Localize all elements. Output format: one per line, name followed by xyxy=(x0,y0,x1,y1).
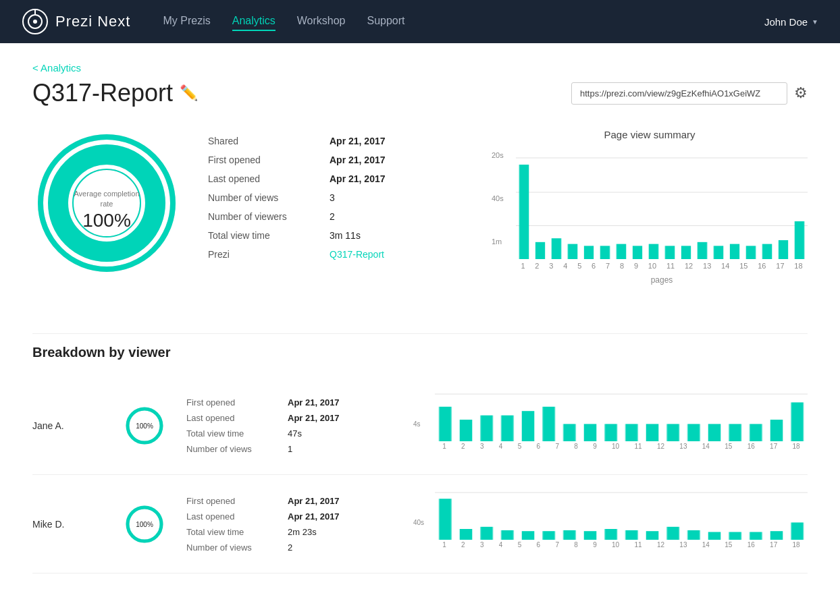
viewer-stat-label: Total view time xyxy=(186,527,288,537)
num-views-label: Number of views xyxy=(208,192,330,203)
viewer-row: Mike D. 100% First openedApr 21, 2017Las… xyxy=(32,475,808,573)
nav-analytics[interactable]: Analytics xyxy=(232,12,275,31)
total-view-time-label: Total view time xyxy=(208,230,330,241)
last-opened-label: Last opened xyxy=(208,173,330,184)
x-label: 1 xyxy=(521,262,525,270)
prezi-label: Prezi xyxy=(208,249,330,260)
x-label: 9 xyxy=(634,262,638,270)
viewer-x-label: 7 xyxy=(555,541,559,549)
viewer-stat-value: Apr 21, 2017 xyxy=(288,397,396,408)
x-label: 15 xyxy=(739,262,747,270)
url-input[interactable] xyxy=(571,82,787,105)
breadcrumb[interactable]: < Analytics xyxy=(32,62,808,74)
donut-value: 100% xyxy=(70,209,144,231)
viewer-y-labels: 40s xyxy=(413,486,424,526)
nav-support[interactable]: Support xyxy=(367,12,404,31)
viewer-x-label: 8 xyxy=(574,541,578,549)
viewer-donut-text: 100% xyxy=(136,520,153,528)
viewer-x-label: 11 xyxy=(634,541,641,549)
viewer-name: Mike D. xyxy=(32,519,113,530)
user-menu[interactable]: John Doe ▼ xyxy=(764,16,818,28)
viewer-bar-wrapper: 40s123456789101112131415161718 xyxy=(413,486,808,562)
viewer-x-label: 2 xyxy=(461,443,465,450)
viewer-x-label: 7 xyxy=(555,443,559,450)
user-name: John Doe xyxy=(764,16,808,28)
viewer-stat-label: Last opened xyxy=(186,511,288,522)
viewer-name: Jane A. xyxy=(32,420,113,431)
viewer-x-label: 18 xyxy=(793,541,800,549)
section-divider xyxy=(32,333,808,334)
x-label: 17 xyxy=(776,262,784,270)
viewer-x-label: 18 xyxy=(793,443,800,450)
viewer-x-label: 1 xyxy=(442,443,446,450)
viewer-x-label: 13 xyxy=(679,443,687,450)
viewer-x-label: 3 xyxy=(480,541,484,549)
num-viewers-label: Number of viewers xyxy=(208,211,330,222)
viewer-stat-value: 47s xyxy=(288,428,396,439)
x-label: 16 xyxy=(758,262,766,270)
viewer-donut: 100% xyxy=(124,405,165,446)
viewer-x-label: 3 xyxy=(480,443,484,450)
shared-value: Apr 21, 2017 xyxy=(330,136,465,146)
viewer-stat-label: Number of views xyxy=(186,542,288,553)
y-label-20s: 20s xyxy=(492,151,504,159)
x-label: 8 xyxy=(620,262,624,270)
viewer-x-label: 12 xyxy=(657,541,664,549)
viewer-stat-label: Number of views xyxy=(186,444,288,454)
page-title-group: Q317-Report ✏️ xyxy=(32,79,198,107)
settings-button[interactable]: ⚙ xyxy=(794,84,808,102)
prezi-link[interactable]: Q317-Report xyxy=(330,249,465,260)
x-label: 10 xyxy=(648,262,656,270)
x-label: 6 xyxy=(592,262,596,270)
viewer-x-label: 14 xyxy=(702,541,710,549)
viewer-donut-text: 100% xyxy=(136,422,153,429)
stats-table: Shared Apr 21, 2017 First opened Apr 21,… xyxy=(208,129,465,260)
logo-text: Prezi Next xyxy=(55,13,130,30)
edit-icon[interactable]: ✏️ xyxy=(180,84,198,102)
num-viewers-value: 2 xyxy=(330,211,465,222)
summary-section: Average completion rate 100% Shared Apr … xyxy=(32,129,808,301)
navbar: Prezi Next My Prezis Analytics Workshop … xyxy=(0,0,840,43)
viewer-stat-value: 1 xyxy=(288,444,396,454)
x-label: 11 xyxy=(666,262,675,270)
nav-my-prezis[interactable]: My Prezis xyxy=(163,12,210,31)
logo[interactable]: Prezi Next xyxy=(22,8,130,35)
viewer-x-label: 10 xyxy=(612,443,619,450)
donut-label: Average completion rate xyxy=(70,189,144,210)
viewer-x-label: 11 xyxy=(634,443,641,450)
x-axis-label: pages xyxy=(516,275,808,285)
nav-workshop[interactable]: Workshop xyxy=(297,12,346,31)
y-label-40s: 40s xyxy=(492,194,504,202)
viewer-stat-label: Total view time xyxy=(186,428,288,439)
viewer-donut: 100% xyxy=(124,504,165,544)
viewer-row: Jane A. 100% First openedApr 21, 2017Las… xyxy=(32,376,808,475)
x-label: 14 xyxy=(721,262,729,270)
viewer-stat-label: First opened xyxy=(186,397,288,408)
num-views-value: 3 xyxy=(330,192,465,203)
viewer-x-label: 5 xyxy=(518,443,522,450)
y-label-1m: 1m xyxy=(492,237,504,246)
x-label: 2 xyxy=(535,262,539,270)
viewer-x-label: 10 xyxy=(612,541,619,549)
chart-title: Page view summary xyxy=(492,129,808,140)
viewer-stats: First openedApr 21, 2017Last openedApr 2… xyxy=(186,496,402,553)
chevron-down-icon: ▼ xyxy=(812,18,818,26)
viewer-stat-label: First opened xyxy=(186,496,288,506)
donut-chart: Average completion rate 100% xyxy=(32,129,181,291)
viewer-x-label: 15 xyxy=(725,541,732,549)
viewer-stat-value: Apr 21, 2017 xyxy=(288,496,396,506)
breakdown-title: Breakdown by viewer xyxy=(32,345,808,360)
viewer-x-label: 15 xyxy=(725,443,732,450)
page-view-summary: Page view summary 1m 40s 20s 12345678910… xyxy=(492,129,808,301)
viewer-x-labels: 123456789101112131415161718 xyxy=(435,443,808,450)
last-opened-value: Apr 21, 2017 xyxy=(330,173,465,184)
chart-x-labels: 123456789101112131415161718 xyxy=(516,262,808,270)
page-title-row: Q317-Report ✏️ ⚙ xyxy=(32,79,808,107)
viewer-x-label: 16 xyxy=(747,443,755,450)
viewer-x-label: 14 xyxy=(702,443,710,450)
viewer-stat-value: Apr 21, 2017 xyxy=(288,413,396,423)
bar-chart-wrapper: 1m 40s 20s 123456789101112131415161718 p… xyxy=(492,151,808,301)
viewer-x-label: 9 xyxy=(593,443,597,450)
viewer-x-label: 17 xyxy=(770,541,777,549)
x-label: 13 xyxy=(703,262,711,270)
